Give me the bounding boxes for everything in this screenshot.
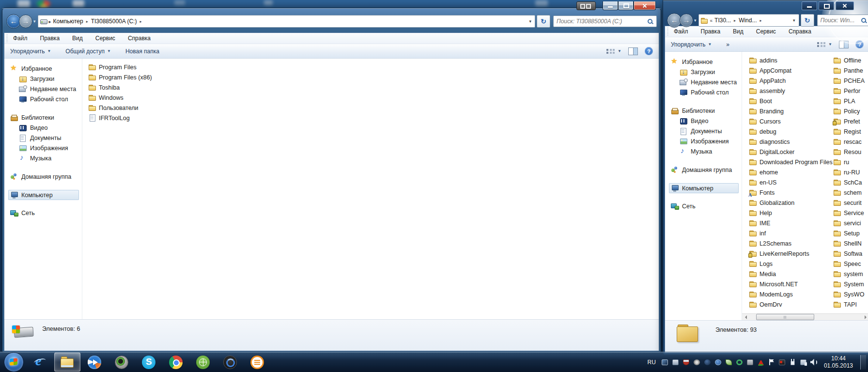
sidebar-item[interactable]: Видео (669, 116, 742, 126)
forward-button[interactable]: → (19, 15, 32, 28)
file-item[interactable]: rescac (832, 137, 864, 147)
toolbar-overflow-button[interactable]: » (726, 41, 730, 48)
sidebar-item[interactable]: Видео (8, 123, 82, 133)
file-item[interactable]: schem (832, 188, 864, 198)
search-box[interactable]: Поиск: Win... (817, 15, 868, 26)
sidebar-item[interactable]: Документы (8, 133, 82, 143)
file-item[interactable]: Toshiba (87, 83, 122, 93)
history-dropdown-icon[interactable]: ▾ (694, 18, 697, 23)
sidebar-item[interactable]: Музыка (669, 146, 742, 156)
file-item[interactable]: addins (748, 56, 780, 65)
menu-item[interactable]: Вид (72, 35, 83, 42)
file-item[interactable]: Boot (748, 96, 775, 106)
horizontal-scrollbar[interactable] (742, 313, 868, 320)
forward-button[interactable]: → (680, 14, 693, 27)
sidebar-item[interactable]: Загрузки (8, 74, 82, 84)
address-bar[interactable]: ▸ Компьютер▸TI30885000A (C:)▸ ▾ (38, 15, 535, 28)
file-item[interactable]: AppPatch (748, 76, 788, 86)
file-item[interactable]: Resou (832, 147, 864, 157)
close-button[interactable] (634, 1, 656, 10)
file-item[interactable]: Softwa (832, 249, 865, 259)
clock[interactable]: 10:44 01.05.2013 (824, 355, 853, 370)
taskbar-app-button[interactable] (81, 353, 108, 372)
file-item[interactable]: debug (748, 127, 779, 137)
menu-item[interactable]: Файл (13, 35, 28, 42)
file-item[interactable]: Regist (832, 127, 863, 137)
menu-item[interactable]: Справка (128, 35, 151, 42)
file-item[interactable]: ehome (748, 168, 780, 177)
scrollbar-thumb[interactable] (756, 314, 814, 320)
sidebar-item[interactable]: Домашняя группа (8, 171, 82, 182)
breadcrumb-item[interactable]: Компьютер▸ (53, 18, 91, 25)
sidebar-item[interactable]: Компьютер (669, 183, 739, 193)
file-item[interactable]: Setup (832, 229, 862, 238)
address-bar[interactable]: « TI30...▸Wind...▸ ▾ (698, 14, 799, 27)
sidebar-item[interactable]: Избранное (8, 63, 82, 74)
file-item[interactable]: PCHEA (832, 76, 867, 86)
file-item[interactable]: TAPI (832, 300, 859, 310)
sidebar-item[interactable]: Библиотеки (669, 106, 742, 116)
search-box[interactable]: Поиск: TI30885000A (C:) (553, 16, 657, 27)
sidebar-item[interactable]: Недавние места (669, 77, 742, 87)
file-item[interactable]: IFRToolLog (87, 113, 132, 123)
scroll-left-icon[interactable] (742, 314, 749, 320)
taskbar-app-button[interactable] (163, 353, 189, 372)
address-dropdown-icon[interactable]: ▾ (793, 18, 795, 23)
tray-leaf-icon[interactable] (725, 359, 732, 366)
file-item[interactable]: Downloaded Program Files (748, 157, 835, 167)
file-item[interactable]: Fonts (748, 188, 777, 198)
dual-monitor-button[interactable] (576, 1, 596, 10)
sidebar-item[interactable]: Музыка (8, 153, 82, 163)
taskbar-app-button[interactable] (217, 353, 243, 372)
sidebar-item[interactable]: Избранное (669, 57, 742, 67)
menu-item[interactable]: Правка (701, 28, 721, 35)
file-item[interactable]: Branding (748, 107, 786, 116)
file-item[interactable]: ru-RU (832, 168, 862, 177)
sidebar-item[interactable]: Компьютер (8, 190, 79, 200)
file-item[interactable]: OemDrv (748, 300, 785, 310)
close-button[interactable] (836, 1, 854, 10)
minimize-button[interactable] (802, 1, 817, 10)
file-item[interactable]: IME (748, 218, 773, 228)
file-item[interactable]: L2Schemas (748, 239, 794, 248)
breadcrumb-item[interactable]: TI30885000A (C:)▸ (91, 18, 145, 25)
scroll-right-icon[interactable] (862, 314, 868, 320)
sidebar-item[interactable]: Сеть (8, 208, 82, 218)
file-item[interactable]: Perfor (832, 86, 863, 96)
sidebar-item[interactable]: Недавние места (8, 84, 82, 94)
file-item[interactable]: Media (748, 269, 778, 279)
menu-item[interactable]: Сервис (756, 28, 776, 35)
file-item[interactable]: Help (748, 208, 775, 218)
history-dropdown-icon[interactable]: ▾ (33, 19, 36, 24)
file-item[interactable]: Microsoft.NET (748, 279, 800, 289)
tray-disc-icon[interactable] (693, 359, 700, 366)
tray-ring-icon[interactable] (736, 359, 743, 366)
tray-flag-icon[interactable] (768, 359, 775, 366)
tray-badge-icon[interactable] (714, 359, 722, 366)
sidebar-item[interactable]: Изображения (669, 136, 742, 146)
refresh-button[interactable]: ↻ (537, 15, 550, 28)
share-button[interactable]: Общий доступ▼ (65, 48, 111, 55)
file-item[interactable]: Program Files (x86) (87, 73, 155, 82)
file-item[interactable]: Windows (87, 93, 126, 103)
sidebar-item[interactable]: Документы (669, 126, 742, 136)
file-item[interactable]: ModemLogs (748, 290, 795, 299)
file-item[interactable]: ru (832, 157, 852, 167)
file-item[interactable]: Globalization (748, 198, 797, 208)
file-item[interactable]: servici (832, 218, 863, 228)
sidebar-item[interactable]: Библиотеки (8, 112, 82, 123)
file-item[interactable]: LiveKernelReports (748, 249, 812, 259)
file-item[interactable]: Program Files (87, 62, 139, 72)
file-item[interactable]: inf (748, 229, 768, 238)
file-item[interactable]: Policy (832, 107, 862, 116)
file-item[interactable]: SchCa (832, 178, 865, 187)
file-item[interactable]: AppCompat (748, 66, 794, 76)
menu-item[interactable]: Справка (789, 28, 811, 35)
preview-pane-button[interactable] (628, 47, 638, 55)
file-item[interactable]: diagnostics (748, 137, 792, 147)
minimize-button[interactable] (603, 1, 618, 10)
new-folder-button[interactable]: Новая папка (125, 48, 159, 55)
crumb-overflow-icon[interactable]: « (710, 18, 713, 23)
taskbar-app-button[interactable] (27, 353, 53, 372)
tray-dark-icon[interactable] (704, 359, 711, 366)
